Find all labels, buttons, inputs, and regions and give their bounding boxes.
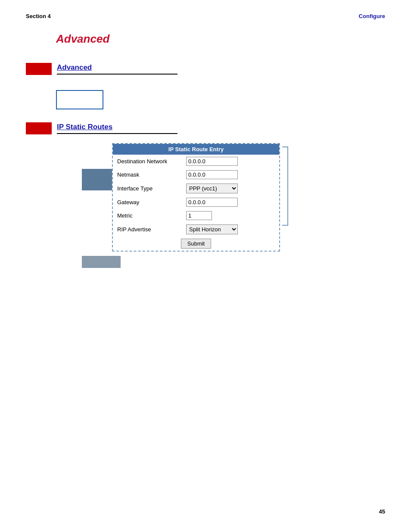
netmask-row: Netmask <box>113 168 279 181</box>
submit-row: Submit <box>113 236 279 251</box>
advanced-nav-box[interactable] <box>56 90 103 109</box>
page-number: 45 <box>379 508 385 515</box>
advanced-section-header: Advanced <box>26 63 385 75</box>
interface-type-label: Interface Type <box>113 181 182 196</box>
gateway-label: Gateway <box>113 196 182 209</box>
routes-section-header: IP Static Routes <box>26 122 385 134</box>
advanced-section: Advanced <box>0 59 411 86</box>
form-header: IP Static Route Entry <box>113 144 279 155</box>
routes-title-link[interactable]: IP Static Routes <box>57 123 177 134</box>
gateway-row: Gateway <box>113 196 279 209</box>
interface-type-select[interactable]: PPP (vcc1) Ethernet ATM <box>186 184 238 193</box>
netmask-input[interactable] <box>186 170 238 179</box>
metric-row: Metric <box>113 209 279 222</box>
gateway-input[interactable] <box>186 198 238 207</box>
advanced-title-link[interactable]: Advanced <box>57 63 177 75</box>
form-outer: IP Static Route Entry Destination Networ… <box>82 143 385 252</box>
section-label: Section 4 <box>26 13 51 19</box>
destination-network-label: Destination Network <box>113 155 182 168</box>
bottom-nav-element[interactable] <box>82 256 121 268</box>
metric-input[interactable] <box>186 211 212 220</box>
left-nav-element[interactable] <box>82 169 112 190</box>
submit-button[interactable]: Submit <box>181 239 211 249</box>
rip-advertise-select[interactable]: Split Horizon Poisoned Reverse None <box>186 224 238 234</box>
metric-label: Metric <box>113 209 182 222</box>
rip-advertise-row: RIP Advertise Split Horizon Poisoned Rev… <box>113 222 279 236</box>
destination-network-input[interactable] <box>186 157 238 166</box>
advanced-red-tab <box>26 63 52 75</box>
rip-advertise-label: RIP Advertise <box>113 222 182 236</box>
ip-static-route-form: Destination Network Netmask Interface Ty… <box>113 155 279 251</box>
page-title: Advanced <box>0 24 411 59</box>
configure-label: Configure <box>359 13 385 19</box>
page-header: Section 4 Configure <box>0 0 411 24</box>
ip-static-routes-section: IP Static Routes IP Static Route Entry D… <box>0 118 411 272</box>
nav-box-area <box>0 90 411 109</box>
right-bracket <box>282 143 291 226</box>
routes-red-tab <box>26 122 52 134</box>
form-dashed-container: IP Static Route Entry Destination Networ… <box>112 143 280 252</box>
destination-network-row: Destination Network <box>113 155 279 168</box>
netmask-label: Netmask <box>113 168 182 181</box>
interface-type-row: Interface Type PPP (vcc1) Ethernet ATM <box>113 181 279 196</box>
